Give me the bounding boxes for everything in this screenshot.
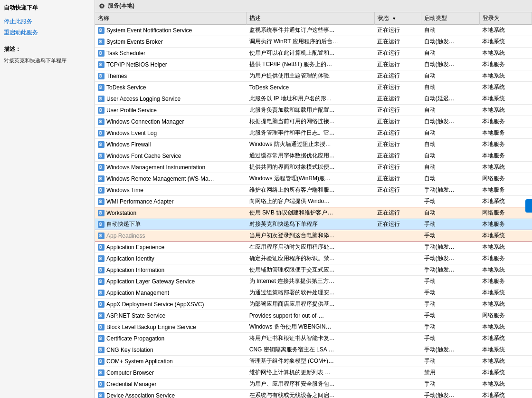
service-status-cell [374, 230, 421, 242]
service-start-type-cell: 手动 [421, 287, 480, 299]
service-start-type-cell: 自动(延迟… [421, 93, 480, 105]
service-desc-cell: 对接英克和快递鸟下单程序 [247, 219, 375, 230]
col-name[interactable]: 名称 [95, 12, 247, 25]
service-desc-cell: Provides support for out-of-… [247, 310, 375, 321]
service-desc-cell: 为 Internet 连接共享提供第三方… [247, 276, 375, 287]
col-start-type[interactable]: 启动类型 [421, 12, 480, 25]
table-row[interactable]: User Profile Service此服务负责加载和卸载用户配置…正在运行自… [95, 105, 532, 116]
service-login-cell: 本地系统 [479, 105, 532, 116]
col-login-as[interactable]: 登录为 [479, 12, 532, 25]
table-row[interactable]: Application Information使用辅助管理权限便于交互式应…手动… [95, 264, 532, 276]
table-row[interactable]: ToDesk ServiceToDesk Service正在运行自动本地系统 [95, 82, 532, 93]
service-icon [98, 27, 104, 34]
table-row[interactable]: App Readiness当用户初次登录到这台电脑和添…手动本地系统 [95, 230, 532, 242]
service-icon [98, 198, 104, 205]
service-name-text: Block Level Backup Engine Service [106, 324, 196, 330]
table-row[interactable]: System Event Notification Service监视系统事件并… [95, 25, 532, 36]
service-icon [98, 175, 104, 182]
scroll-indicator[interactable] [525, 199, 532, 213]
table-row[interactable]: Computer Browser维护网络上计算机的更新列表 …禁用本地系统 [95, 367, 532, 379]
service-name-cell: Windows Firewall [95, 139, 247, 150]
table-row[interactable]: Windows Connection Manager根据提电脑当前可用的网络连接… [95, 116, 532, 127]
table-row[interactable]: ASP.NET State ServiceProvides support fo… [95, 310, 532, 321]
table-row[interactable]: Application Identity确定并验证应用程序的标识。禁…手动(触发… [95, 253, 532, 264]
table-row[interactable]: CNG Key IsolationCNG 密钥隔离服务宿主在 LSA …手动(触… [95, 344, 532, 356]
service-login-cell: 本地系统 [479, 264, 532, 276]
service-name-text: Windows Time [106, 187, 143, 194]
service-name-cell: System Event Notification Service [95, 25, 247, 36]
table-row[interactable]: Windows FirewallWindows 防火墙通过阻止未授…正在运行自动… [95, 139, 532, 150]
service-name-text: Computer Browser [106, 369, 154, 376]
table-row[interactable]: Credential Manager为用户、应用程序和安全服务包…手动本地系统 [95, 379, 532, 390]
service-icon [98, 312, 104, 319]
table-row[interactable]: Windows Management Instrumentation提供共同的界… [95, 162, 532, 173]
service-name-cell: Credential Manager [95, 379, 247, 390]
service-name-text: Application Information [106, 267, 164, 273]
table-row[interactable]: WMI Performance Adapter向网络上的客户端提供 Windо…… [95, 196, 532, 207]
stop-service-link[interactable]: 停止此服务 [4, 18, 91, 26]
table-row[interactable]: Task Scheduler使用户可以在此计算机上配置和…正在运行自动本地系统 [95, 48, 532, 59]
description-label: 描述： [4, 45, 91, 53]
services-table-container[interactable]: 名称 描述 状态 ▼ 启动类型 登录为 [95, 12, 532, 398]
table-row[interactable]: Themes为用户提供使用主题管理的体验.正在运行自动本地系统 [95, 70, 532, 82]
table-row[interactable]: Device Association Service在系统与有线或无线设备之间启… [95, 390, 532, 398]
service-name-cell: Block Level Backup Engine Service [95, 321, 247, 333]
service-desc-cell: 在应用程序启动时为应用程序处… [247, 242, 375, 253]
service-status-cell [374, 367, 421, 379]
service-status-cell [374, 253, 421, 264]
restart-service-link[interactable]: 重启动此服务 [4, 29, 91, 37]
table-row[interactable]: Application Management为通过组策略部署的软件处理安…手动本… [95, 287, 532, 299]
service-icon [98, 221, 104, 228]
table-row[interactable]: TCP/IP NetBIOS Helper提供 TCP/IP (NetBT) 服… [95, 59, 532, 70]
service-start-type-cell: 自动(触发… [421, 59, 480, 70]
service-start-type-cell: 手动 [421, 230, 480, 242]
service-name-cell: Application Information [95, 264, 247, 276]
table-row[interactable]: COM+ System Application管理基于组件对象模型 (COM+)… [95, 356, 532, 367]
service-start-type-cell: 自动 [421, 150, 480, 162]
table-row[interactable]: Windows Font Cache Service通过缓存常用字体数据优化应用… [95, 150, 532, 162]
service-start-type-cell: 自动(触发… [421, 36, 480, 48]
table-row[interactable]: Windows Remote Management (WS-Ma…Windows… [95, 173, 532, 184]
service-name-text: Certificate Propagation [106, 335, 164, 342]
service-icon [98, 358, 104, 365]
table-row[interactable]: Application Layer Gateway Service为 Inter… [95, 276, 532, 287]
service-icon [98, 278, 104, 285]
title-bar: ⚙ 服务(本地) [95, 0, 532, 12]
service-start-type-cell: 手动(触发… [421, 253, 480, 264]
col-desc[interactable]: 描述 [247, 12, 375, 25]
services-icon: ⚙ [99, 2, 105, 10]
service-status-cell: 正在运行 [374, 70, 421, 82]
service-icon [98, 392, 104, 398]
service-status-cell: 正在运行 [374, 116, 421, 127]
service-login-cell: 本地服务 [479, 150, 532, 162]
service-icon [98, 130, 104, 136]
service-name-text: User Access Logging Service [106, 96, 180, 102]
table-row[interactable]: User Access Logging Service此服务以 IP 地址和用户… [95, 93, 532, 105]
service-status-cell [374, 344, 421, 356]
table-row[interactable]: Windows Event Log此服务管理事件和事件日志。它…正在运行自动本地… [95, 127, 532, 139]
table-row[interactable]: System Events Broker调用执行 WinRT 应用程序的后台…正… [95, 36, 532, 48]
table-row[interactable]: Block Level Backup Engine ServiceWindows… [95, 321, 532, 333]
table-row[interactable]: 自动快递下单对接英克和快递鸟下单程序正在运行手动本地服务 [95, 219, 532, 230]
table-row[interactable]: Certificate Propagation将用户证书和根证书从智能卡复…手动… [95, 333, 532, 344]
service-icon [98, 324, 104, 330]
service-status-cell [374, 196, 421, 207]
service-name-cell: Application Identity [95, 253, 247, 264]
service-name-cell: App Readiness [95, 230, 247, 242]
col-status[interactable]: 状态 ▼ [374, 12, 421, 25]
service-status-cell [374, 264, 421, 276]
service-desc-cell: 将用户证书和根证书从智能卡复… [247, 333, 375, 344]
service-desc-cell: 为部署应用商店应用程序提供基… [247, 299, 375, 310]
table-row[interactable]: Workstation使用 SMB 协议创建和维护客户…正在运行自动网络服务 [95, 207, 532, 219]
service-desc-cell: ToDesk Service [247, 82, 375, 93]
service-status-cell [374, 333, 421, 344]
service-status-cell [374, 242, 421, 253]
table-row[interactable]: Windows Time维护在网络上的所有客户端和服…正在运行手动(触发…本地服… [95, 184, 532, 196]
table-row[interactable]: AppX Deployment Service (AppXSVC)为部署应用商店… [95, 299, 532, 310]
service-icon [98, 50, 104, 57]
service-login-cell: 本地系统 [479, 344, 532, 356]
table-row[interactable]: Application Experience在应用程序启动时为应用程序处…手动(… [95, 242, 532, 253]
service-name-cell: CNG Key Isolation [95, 344, 247, 356]
service-icon [98, 290, 104, 296]
service-desc-cell: 使用户可以在此计算机上配置和… [247, 48, 375, 59]
